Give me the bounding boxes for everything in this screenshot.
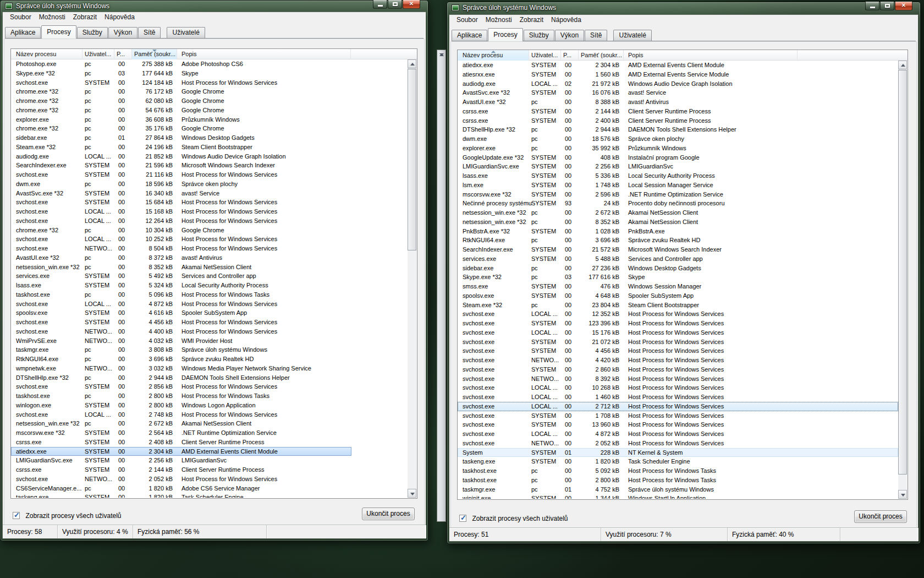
process-row[interactable]: AvastSvc.exe *32SYSTEM0016 340 kBavast! … [11, 189, 408, 198]
process-row[interactable]: Photoshop.exepc00275 388 kBAdobe Photosh… [11, 59, 408, 69]
process-row[interactable]: spoolsv.exeSYSTEM004 616 kBSpooler SubSy… [11, 308, 408, 318]
end-process-button[interactable]: Ukončit proces [854, 510, 907, 523]
tab-uzivatele[interactable]: Uživatelé [167, 27, 205, 38]
process-row[interactable]: wininit.exeSYSTEM001 344 kBWindows Start… [458, 494, 898, 499]
process-row[interactable]: svchost.exeSYSTEM0021 072 kBHost Process… [458, 337, 898, 347]
column-header-user[interactable]: Uživatel... [529, 50, 561, 61]
process-row[interactable]: svchost.exeSYSTEM0015 684 kBHost Process… [11, 198, 408, 207]
process-row[interactable]: svchost.exeNETWO...008 392 kBHost Proces… [458, 374, 898, 384]
tab-vykon[interactable]: Výkon [108, 27, 138, 38]
process-row[interactable]: RtkNGUI64.exepc003 696 kBSprávce zvuku R… [458, 236, 898, 245]
scrollbar-thumb[interactable] [898, 70, 907, 475]
show-all-users-checkbox[interactable]: ✓ [459, 515, 466, 522]
process-row[interactable]: AvastSvc.exe *32SYSTEM0016 076 kBavast! … [458, 88, 898, 97]
process-row[interactable]: atiedxx.exeSYSTEM002 304 kBAMD External … [458, 61, 898, 70]
process-row[interactable]: SearchIndexer.exeSYSTEM0021 596 kBMicros… [11, 161, 408, 170]
menu-napoveda[interactable]: Nápověda [101, 12, 139, 22]
process-row[interactable]: explorer.exepc0036 608 kBPrůzkumník Wind… [11, 115, 408, 124]
process-row[interactable]: svchost.exeSYSTEM00123 396 kBHost Proces… [458, 319, 898, 328]
process-row[interactable]: smss.exeSYSTEM00476 kBWindows Session Ma… [458, 282, 898, 291]
process-row[interactable]: svchost.exeNETWO...008 504 kBHost Proces… [11, 244, 408, 253]
process-row[interactable]: wmpnetwk.exeNETWO...003 032 kBWindows Me… [11, 364, 408, 373]
process-row[interactable]: winlogon.exeSYSTEM002 800 kBWindows Logo… [11, 401, 408, 410]
tab-vykon[interactable]: Výkon [555, 30, 584, 41]
process-row[interactable]: svchost.exeNETWO...004 420 kBHost Proces… [458, 356, 898, 365]
process-row[interactable]: svchost.exeSYSTEM002 860 kBHost Process … [458, 365, 898, 374]
tab-aplikace[interactable]: Aplikace [452, 30, 487, 41]
process-row[interactable]: netsession_win.exe *32pc002 672 kBAkamai… [11, 419, 408, 428]
vertical-scrollbar[interactable] [898, 61, 907, 499]
column-header-description[interactable]: Popis [624, 50, 798, 61]
process-row[interactable]: chrome.exe *32pc0054 676 kBGoogle Chrome [11, 106, 408, 115]
process-row[interactable]: svchost.exeLOCAL ...0010 252 kBHost Proc… [11, 235, 408, 244]
menu-soubor[interactable]: Soubor [6, 12, 35, 22]
process-row[interactable]: lsass.exeSYSTEM005 336 kBLocal Security … [458, 171, 898, 181]
process-row[interactable]: svchost.exeSYSTEM001 708 kBHost Process … [458, 411, 898, 421]
process-row[interactable]: Steam.exe *32pc0023 804 kBSteam Client B… [458, 301, 898, 310]
titlebar[interactable]: Správce úloh systému Windows [447, 2, 920, 14]
process-row[interactable]: csrss.exeSYSTEM002 144 kBClient Server R… [458, 107, 898, 116]
process-row[interactable]: csrss.exeSYSTEM002 408 kBClient Server R… [11, 438, 408, 447]
process-row[interactable]: taskmgr.exepc014 752 kBSprávce úloh syst… [458, 485, 898, 494]
process-row[interactable]: services.exeSYSTEM005 492 kBServices and… [11, 271, 408, 281]
maximize-button[interactable] [388, 0, 402, 9]
column-header-description[interactable]: Popis [177, 49, 351, 59]
column-header-cpu[interactable]: P... [114, 49, 132, 59]
process-row[interactable]: svchost.exeLOCAL ...004 872 kBHost Proce… [458, 429, 898, 439]
tab-sluzby[interactable]: Služby [524, 30, 554, 41]
process-row[interactable]: netsession_win.exe *32pc002 672 kBAkamai… [458, 208, 898, 217]
show-all-users-checkbox[interactable]: ✓ [13, 512, 20, 519]
process-row[interactable]: audiodg.exeLOCAL ...0221 972 kBWindows A… [458, 79, 898, 89]
process-row[interactable]: svchost.exeLOCAL ...0015 168 kBHost Proc… [11, 207, 408, 216]
process-row[interactable]: atiedxx.exeSYSTEM002 304 kBAMD External … [11, 447, 351, 456]
column-header-memory[interactable]: Paměť (soukr... [579, 50, 624, 61]
column-header-memory[interactable]: Paměť (soukr... [132, 49, 177, 59]
process-row[interactable]: PnkBstrA.exe *32SYSTEM001 028 kBPnkBstrA… [458, 227, 898, 236]
process-row[interactable]: svchost.exeSYSTEM002 856 kBHost Process … [11, 382, 408, 391]
process-row[interactable]: Steam.exe *32pc0024 196 kBSteam Client B… [11, 143, 408, 152]
scroll-up-button[interactable] [898, 61, 907, 69]
menu-zobrazit[interactable]: Zobrazit [69, 12, 101, 22]
column-header-name[interactable]: Název procesu [458, 50, 529, 61]
process-row[interactable]: csrss.exeSYSTEM002 144 kBClient Server R… [11, 465, 408, 475]
process-row[interactable]: svchost.exeLOCAL ...0012 264 kBHost Proc… [11, 216, 408, 226]
process-row[interactable]: svchost.exeLOCAL ...0010 268 kBHost Proc… [458, 383, 898, 392]
process-row[interactable]: taskhost.exepc002 800 kBHost Process for… [458, 476, 898, 485]
end-process-button[interactable]: Ukončit proces [362, 508, 415, 520]
tab-sluzby[interactable]: Služby [77, 27, 108, 38]
column-header-name[interactable]: Název procesu [11, 49, 82, 59]
scroll-down-button[interactable] [898, 490, 907, 499]
titlebar[interactable]: Správce úloh systému Windows [1, 1, 428, 13]
scrollbar-thumb[interactable] [408, 69, 416, 250]
vertical-scrollbar[interactable] [408, 59, 416, 498]
process-row[interactable]: chrome.exe *32pc0076 172 kBGoogle Chrome [11, 87, 408, 96]
process-row[interactable]: DTShellHlp.exe *32pc002 944 kBDAEMON Too… [458, 125, 898, 134]
column-header-cpu[interactable]: P... [561, 50, 579, 61]
maximize-button[interactable] [880, 2, 894, 10]
process-row[interactable]: svchost.exeSYSTEM0021 116 kBHost Process… [11, 170, 408, 179]
minimize-button[interactable] [373, 0, 387, 9]
process-row[interactable]: SystemSYSTEM01228 kBNT Kernel & System [458, 448, 898, 457]
tab-site[interactable]: Sítě [138, 27, 161, 38]
process-row[interactable]: spoolsv.exeSYSTEM004 648 kBSpooler SubSy… [458, 291, 898, 301]
process-row[interactable]: mscorsvw.exe *32SYSTEM002 564 kB.NET Run… [11, 428, 408, 438]
process-row[interactable]: sidebar.exepc0127 864 kBWindows Desktop … [11, 133, 408, 143]
process-row[interactable]: svchost.exeLOCAL ...002 748 kBHost Proce… [11, 410, 408, 419]
process-row[interactable]: svchost.exeLOCAL ...004 872 kBHost Proce… [11, 299, 408, 309]
process-row[interactable]: RtkNGUI64.exepc003 696 kBSprávce zvuku R… [11, 355, 408, 364]
process-row[interactable]: svchost.exeLOCAL ...0015 176 kBHost Proc… [458, 328, 898, 337]
process-row[interactable]: svchost.exeLOCAL ...001 460 kBHost Proce… [458, 392, 898, 402]
menu-soubor[interactable]: Soubor [453, 15, 482, 25]
menu-moznosti[interactable]: Možnosti [482, 15, 516, 25]
process-row[interactable]: chrome.exe *32pc0062 080 kBGoogle Chrome [11, 96, 408, 106]
process-row[interactable]: atiesrxx.exeSYSTEM001 560 kBAMD External… [458, 70, 898, 79]
process-row[interactable]: lsm.exeSYSTEM001 748 kBLocal Session Man… [458, 181, 898, 190]
process-row[interactable]: Skype.exe *32pc03177 616 kBSkype [458, 272, 898, 282]
process-row[interactable]: taskhost.exepc005 092 kBHost Process for… [458, 466, 898, 476]
process-row[interactable]: SearchIndexer.exeSYSTEM0021 572 kBMicros… [458, 245, 898, 254]
process-row[interactable]: svchost.exeSYSTEM004 456 kBHost Process … [11, 318, 408, 327]
process-row[interactable]: AvastUI.exe *32pc008 388 kBavast! Antivi… [458, 97, 898, 107]
process-row[interactable]: taskhost.exepc005 096 kBHost Process for… [11, 290, 408, 299]
process-row[interactable]: mscorsvw.exe *32SYSTEM002 596 kB.NET Run… [458, 190, 898, 199]
tab-uzivatele[interactable]: Uživatelé [613, 30, 651, 41]
